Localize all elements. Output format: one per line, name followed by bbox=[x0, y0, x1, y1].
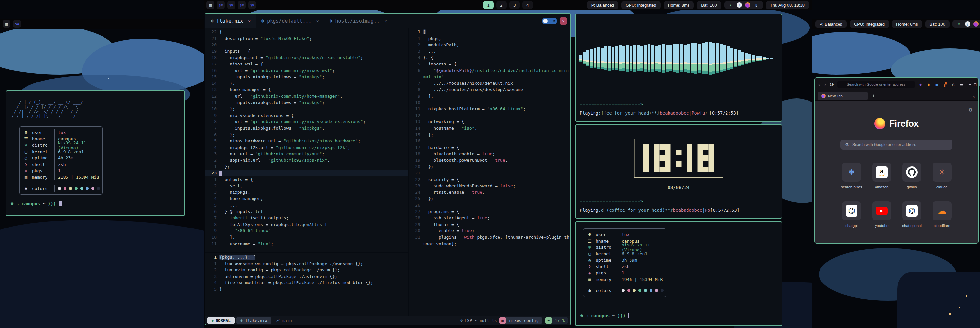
bluetooth-tray-icon[interactable]: ᛒ bbox=[965, 21, 970, 27]
back-button[interactable]: ‹ bbox=[818, 81, 821, 88]
reload-button[interactable]: ⟳ bbox=[830, 81, 834, 88]
cava-green bbox=[669, 63, 672, 69]
shortcut-chat-openai[interactable]: ⌬chat.openai bbox=[897, 201, 927, 240]
phone-tray-icon[interactable]: ▯ bbox=[754, 2, 759, 8]
shortcut-github[interactable]: github bbox=[897, 163, 927, 201]
shortcut-cloudflare[interactable]: ☁cloudflare bbox=[927, 201, 957, 240]
shortcut-tile[interactable]: ▶ bbox=[872, 201, 891, 220]
minimize-button[interactable]: − bbox=[969, 82, 971, 87]
tab-close-icon[interactable]: ✕ bbox=[385, 19, 387, 24]
shortcut-youtube[interactable]: ▶youtube bbox=[867, 201, 897, 240]
extension-icon-purple[interactable]: ◆ bbox=[918, 82, 923, 87]
monitor-left: ▦ $W _ ___ ____ _____ / | / (_)_ __/ __ … bbox=[0, 19, 204, 328]
app-grid-icon[interactable]: ▦ bbox=[3, 20, 11, 28]
shortcut-tile[interactable]: ⌬ bbox=[902, 201, 921, 220]
app-launcher-icon-4[interactable]: $W bbox=[248, 1, 256, 9]
forward-button[interactable]: › bbox=[824, 81, 827, 88]
code-pane-pkgs[interactable]: 1{pkgs, ...}: {1 tux-awesome-wm-config =… bbox=[205, 254, 409, 293]
cava-teal bbox=[702, 71, 705, 73]
code-text: self, bbox=[220, 183, 409, 189]
bluetooth-tray-icon[interactable]: ᛒ bbox=[737, 2, 742, 8]
datetime-chip[interactable]: Thu Aug 08, 18:18 bbox=[766, 1, 809, 9]
branch-icon: ⎇ bbox=[275, 318, 280, 323]
shortcut-search-nixos[interactable]: ❄search.nixos bbox=[837, 163, 867, 201]
shortcut-tile[interactable]: ❄ bbox=[842, 163, 861, 182]
terminal-fetch-left[interactable]: _ ___ ____ _____ / | / (_)_ __/ __ \/ __… bbox=[6, 90, 185, 216]
code-text: }; bbox=[220, 80, 409, 87]
divider bbox=[583, 285, 666, 285]
terminal-clock[interactable]: 08/08/24 =====================> Playing:… bbox=[575, 124, 782, 219]
shortcut-amazon[interactable]: aamazon bbox=[867, 163, 897, 201]
tab-close-icon[interactable]: ✕ bbox=[248, 19, 251, 24]
code-pane-flake[interactable]: 22{21 description = "tux's NixOS Flake";… bbox=[205, 29, 409, 247]
fetch-row: ❄distroNixOS 24.11 (Vicuna) bbox=[20, 142, 102, 149]
app-launcher-icon-2[interactable]: $W bbox=[228, 1, 235, 9]
extension-icon-orange[interactable]: ▞ bbox=[943, 82, 948, 87]
shell-prompt[interactable]: ☻ → canopus ~ ))) bbox=[581, 313, 631, 318]
app-launcher-icon-3[interactable]: $W bbox=[238, 1, 246, 9]
git-branch: ⎇main bbox=[275, 318, 292, 323]
cava-bar bbox=[759, 56, 762, 60]
url-bar[interactable]: Search with Google or enter address bbox=[837, 81, 915, 89]
shortcut-claude[interactable]: ✳claude bbox=[927, 163, 957, 201]
firefox-window[interactable]: ‹ › ⟳ Search with Google or enter addres… bbox=[814, 77, 979, 244]
code-text: nix-vscode-extensions = { bbox=[220, 112, 409, 119]
workspace-1[interactable]: 1 bbox=[483, 1, 493, 9]
firefox-tray-icon[interactable] bbox=[745, 2, 750, 8]
tab-list-chevron-icon[interactable]: ⌄ bbox=[973, 93, 975, 98]
workspace-4[interactable]: 4 bbox=[522, 1, 533, 9]
plant-tray-icon[interactable]: ⚘ bbox=[728, 2, 733, 8]
fetch-row: ◷uptime3h 59m bbox=[583, 257, 666, 263]
editor-tab-1[interactable]: ❄flake.nix✕ bbox=[205, 14, 256, 28]
personalize-gear-icon[interactable]: ⚙ bbox=[969, 107, 973, 113]
cava-bar bbox=[630, 46, 633, 71]
clock-cell bbox=[698, 166, 703, 172]
split-separator[interactable] bbox=[205, 252, 409, 253]
shell-prompt[interactable]: ☻ → canopus ~ ))) bbox=[11, 201, 62, 206]
cava-top bbox=[716, 43, 719, 63]
code-pane-iso[interactable]: 1{1 pkgs,2 modulesPath,3 ...4}: {5 impor… bbox=[409, 29, 570, 247]
terminal-fetch-right[interactable]: ☻usertux☰hnamecanopus❄distroNixOS 24.11 … bbox=[575, 221, 782, 326]
newtab-search-input[interactable]: 🔍︎ Search with Google or enter address bbox=[840, 140, 953, 150]
terminal-cava[interactable]: =====================> Playing: ffee for… bbox=[575, 14, 782, 122]
workspace-3[interactable]: 3 bbox=[509, 1, 520, 9]
shortcut-tile[interactable]: ☁ bbox=[932, 201, 951, 220]
shortcut-tile[interactable]: a bbox=[872, 163, 891, 182]
app-grid-icon[interactable]: ▦ bbox=[206, 1, 214, 9]
app-launcher-icon-1[interactable]: $W bbox=[13, 20, 21, 28]
cava-top bbox=[608, 46, 611, 62]
app-launcher-icon-1[interactable]: $W bbox=[217, 1, 225, 9]
kernel-icon: ▢ bbox=[583, 251, 596, 256]
cava-bar bbox=[604, 46, 607, 70]
extension-icon-blue[interactable]: ▣ bbox=[934, 82, 940, 87]
track-progress: =====================> bbox=[580, 199, 778, 204]
code-line: 2 self, bbox=[205, 183, 409, 189]
cava-teal bbox=[655, 69, 658, 71]
cava-green bbox=[608, 63, 611, 68]
editor-toggle-switch[interactable]: ◉ bbox=[542, 18, 557, 24]
neovim-window[interactable]: ❄flake.nix✕❄pkgs/default...✕❄hosts/isoIm… bbox=[205, 13, 571, 325]
firefox-tray-icon[interactable] bbox=[974, 21, 979, 27]
system-tray: ⚘ ᛒ ▯ bbox=[953, 20, 980, 28]
maximize-button[interactable]: □ bbox=[974, 82, 977, 87]
plant-tray-icon[interactable]: ⚘ bbox=[956, 21, 962, 27]
extensions-button[interactable]: ⌂ bbox=[951, 82, 956, 87]
workspace-2[interactable]: 2 bbox=[496, 1, 507, 9]
tab-close-icon[interactable]: ✕ bbox=[317, 19, 319, 24]
prompt-arrow-icon: → bbox=[585, 313, 588, 318]
editor-tab-3[interactable]: ❄hosts/isoImag..✕ bbox=[324, 14, 392, 28]
now-playing-segment: ** bbox=[651, 110, 657, 116]
extension-icon-darkreader[interactable]: ◗ bbox=[926, 82, 932, 87]
shortcut-chatgpt[interactable]: ⌬chatgpt bbox=[837, 201, 867, 240]
new-tab-button[interactable]: + bbox=[872, 93, 875, 99]
shortcut-tile[interactable]: ✳ bbox=[932, 163, 951, 182]
tab-new-tab[interactable]: New Tab bbox=[818, 92, 868, 100]
cava-top bbox=[665, 44, 668, 62]
menu-button[interactable]: ☰ bbox=[959, 82, 964, 87]
cava-bar bbox=[593, 48, 597, 68]
shortcut-tile[interactable] bbox=[902, 163, 921, 182]
window-close-button[interactable]: ✕ bbox=[560, 17, 567, 25]
cava-green bbox=[702, 64, 705, 71]
shortcut-tile[interactable]: ⌬ bbox=[842, 201, 861, 220]
editor-tab-2[interactable]: ❄pkgs/default...✕ bbox=[256, 14, 324, 28]
